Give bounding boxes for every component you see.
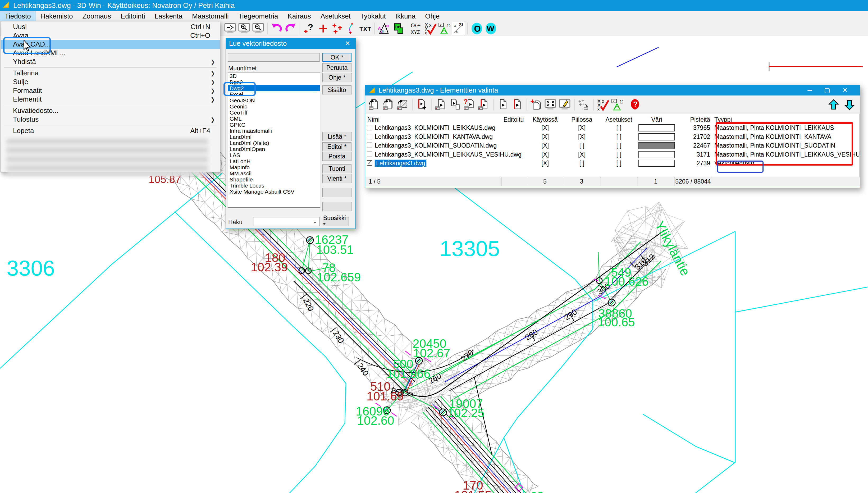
menu-ikkuna[interactable]: Ikkuna [391,11,420,21]
angle-calculation-icon[interactable]: AαB [377,22,390,35]
copy-element-icon[interactable] [496,98,509,111]
converter-item-infra-maastomalli[interactable]: Infra maastomalli [228,128,320,134]
triangle-model-icon[interactable]: x̄12 [438,22,451,35]
column-header-tyyppi[interactable]: Tyyppi [714,116,852,123]
column-header-pisteitä[interactable]: Pisteitä [669,116,710,123]
save-element-icon[interactable] [435,98,448,111]
converter-item-geotiff[interactable]: GeoTiff [228,109,320,115]
help-button[interactable]: Ohje * [322,73,351,82]
column-header-editoitu[interactable]: Editoitu [496,116,531,123]
converter-item-gml[interactable]: GML [228,115,320,122]
triangle-model-icon[interactable]: x̄12 [611,98,624,111]
new-element-icon[interactable] [415,98,429,111]
menu-tiedosto[interactable]: Tiedosto [0,11,36,21]
open-hatch-icon[interactable] [396,98,410,111]
element-name[interactable]: Lehtikangas3_KOLMIOINTI_KANTAVA.dwg [375,132,493,141]
file-menu-item-sulje[interactable]: Sulje❯ [1,78,220,86]
copy-active-icon[interactable] [511,98,524,111]
snap-w-icon[interactable]: W [484,22,497,35]
file-menu-item-formaatit[interactable]: Formaatit❯ [1,86,220,95]
unlabeled-button-blank-2[interactable] [322,202,351,211]
snap-o-icon[interactable]: O [470,22,483,35]
save-as-icon[interactable] [449,98,462,111]
edit-button[interactable]: Editoi * [322,142,351,151]
file-menu-item-yhdistä[interactable]: Yhdistä❯ [1,58,220,66]
column-header-väri[interactable]: Väri [639,116,674,123]
add-button[interactable]: Lisää * [322,132,351,141]
area-calculation-icon[interactable]: m² [391,22,405,35]
open-element-icon[interactable] [368,98,381,111]
column-header-asetukset[interactable]: Asetukset [601,116,636,123]
redo-icon[interactable] [284,22,297,35]
open-element-dir-icon[interactable] [382,98,395,111]
zoom-window-icon[interactable] [238,22,251,35]
element-name[interactable]: Lehtikangas3_KOLMIOINTI_LEIKKAUS.dwg [375,124,495,132]
coordinate-tool-icon[interactable]: O/+XYZ [410,22,423,35]
file-menu-item-tulostus[interactable]: Tulostus❯ [1,115,220,124]
element-name[interactable]: Lehtikangas3.dwg [375,159,426,168]
file-menu-item-avaa-landxml-[interactable]: Avaa LandXML... [1,49,220,58]
column-header-piilossa[interactable]: Piilossa [564,116,600,123]
point-check-icon[interactable]: X xXx [424,22,437,35]
fit-view-icon[interactable] [544,98,557,111]
converter-item-dgn2[interactable]: Dgn2 [228,79,320,85]
file-menu-item-elementit[interactable]: Elementit❯ [1,95,220,104]
converter-item-mm-ascii[interactable]: MM ascii [228,170,320,176]
row-checkbox[interactable]: ✓ [367,160,372,166]
close-icon[interactable]: ✕ [842,86,848,94]
row-checkbox[interactable] [367,125,372,130]
converter-item-latlonh[interactable]: LatLonH [228,158,320,164]
unlabeled-button-blank-1[interactable] [322,188,351,197]
element-name[interactable]: Lehtikangas3_KOLMIOINTI_SUODATIN.dwg [375,141,497,150]
row-checkbox[interactable] [367,152,372,157]
converter-item-trimble-locus[interactable]: Trimble Locus [228,183,320,189]
draw-line-icon[interactable] [345,22,358,35]
converter-item-3d[interactable]: 3D [228,73,320,79]
file-menu-item-uusi[interactable]: UusiCtrl+N [1,22,220,31]
menu-maastomalli[interactable]: Maastomalli [187,11,234,21]
chevron-down-icon[interactable]: ⌄ [312,218,317,225]
file-menu-item-tallenna[interactable]: Tallenna❯ [1,69,220,78]
export-button[interactable]: Vienti * [322,174,351,183]
undo-icon[interactable] [270,22,283,35]
converter-item-landxml-xsite-[interactable]: LandXml (Xsite) [228,140,320,146]
move-up-icon[interactable] [827,98,840,111]
zoom-out-icon[interactable] [252,22,265,35]
close-icon[interactable]: ✕ [340,38,355,49]
file-menu-item-avaa-cad-[interactable]: Avaa CAD... [1,40,220,49]
menu-editointi[interactable]: Editointi [116,11,150,21]
move-down-icon[interactable] [843,98,856,111]
converter-item-dwg2[interactable]: Dwg2 [228,85,320,91]
ok-button[interactable]: OK * [322,53,351,62]
points-transfer-icon[interactable] [577,98,590,111]
table-row[interactable]: Lehtikangas3_KOLMIOINTI_LEIKKAUS_VESIHU.… [365,150,859,159]
table-row[interactable]: Lehtikangas3_KOLMIOINTI_KANTAVA.dwg[X][X… [365,132,859,141]
converter-list[interactable]: 3DDgn2Dwg2ExcelGeoJSONGeonicGeoTiffGMLGP… [228,72,320,208]
remove-button[interactable]: Poista [322,152,351,161]
converter-item-xsite-manage-asbuilt-csv[interactable]: Xsite Manage Asbuilt CSV [228,189,320,195]
favorite-button[interactable]: Suosikki * [323,217,349,226]
add-points-icon[interactable] [331,22,344,35]
menu-asetukset[interactable]: Asetukset [316,11,355,21]
zoom-previous-icon[interactable] [223,22,237,35]
draw-window-icon[interactable] [558,98,571,111]
file-menu-item-lopeta[interactable]: LopetaAlt+F4 [1,126,220,135]
converter-item-las[interactable]: LAS [228,152,320,158]
menu-kairaus[interactable]: Kairaus [283,11,316,21]
menu-hakemisto[interactable]: Hakemisto [36,11,78,21]
search-combobox[interactable]: ⌄ [254,217,320,226]
menu-zoomaus[interactable]: Zoomaus [78,11,116,21]
menu-ohje[interactable]: Ohje [420,11,444,21]
content-button[interactable]: Sisältö [322,85,351,94]
cross-section-icon[interactable]: x21x [452,22,465,35]
table-row[interactable]: Lehtikangas3_KOLMIOINTI_SUODATIN.dwg[X][… [365,141,859,150]
table-row[interactable]: ✓Lehtikangas3.dwg[X][ ][ ]2739Vektoritie… [365,159,859,168]
converter-item-geonic[interactable]: Geonic [228,103,320,109]
converter-item-mapinfo[interactable]: MapInfo [228,164,320,170]
file-menu-item-kuvatiedosto-[interactable]: Kuvatiedosto... [1,106,220,115]
save-active-icon[interactable] [477,98,491,111]
add-point-icon[interactable] [317,22,330,35]
converter-item-shapefile[interactable]: Shapefile [228,176,320,183]
converter-item-landxml[interactable]: LandXml [228,134,320,140]
text-tool-icon[interactable]: TXT [359,22,372,35]
